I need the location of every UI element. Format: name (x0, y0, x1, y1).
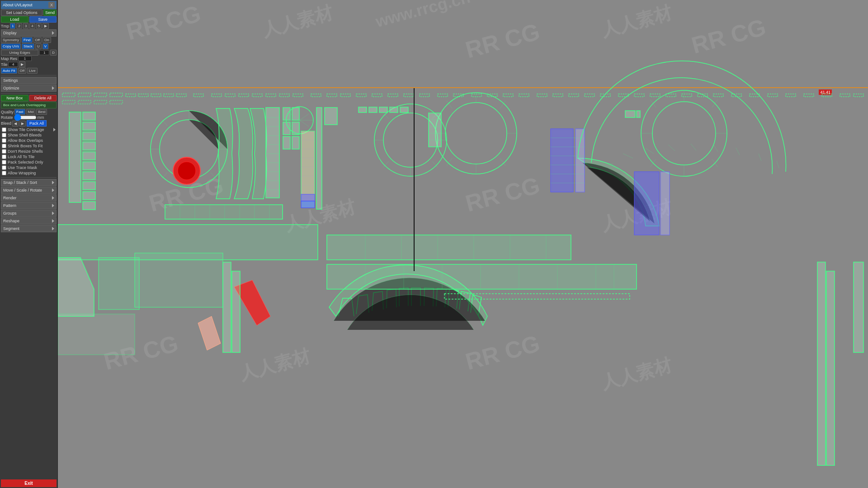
symmetry-button[interactable]: Symmetry (1, 37, 21, 43)
show-tile-arrow-icon (53, 128, 56, 131)
svg-rect-0 (62, 93, 75, 97)
bleed-left-btn[interactable]: ◀ (12, 121, 19, 127)
copy-uvs-button[interactable]: Copy UVs (1, 43, 21, 49)
show-tile-coverage-row[interactable]: Show Tile Coverage (1, 127, 57, 132)
tile-input[interactable] (8, 62, 18, 67)
svg-line-174 (713, 145, 718, 152)
set-load-options-button[interactable]: Set Load Options (1, 9, 42, 16)
untag-d-button[interactable]: D (50, 50, 57, 56)
left-rect-column (69, 112, 95, 210)
tmp-4-button[interactable]: 4 (29, 23, 35, 29)
show-shell-bleeds-row[interactable]: Show Shell Bleeds (1, 132, 57, 138)
off-button[interactable]: Off (33, 37, 42, 43)
on-button[interactable]: On (42, 37, 51, 43)
tmp-1-button[interactable]: 1 (10, 23, 15, 29)
svg-rect-17 (311, 94, 321, 97)
optimize-button[interactable]: Optimize (1, 84, 57, 92)
svg-rect-31 (537, 94, 547, 97)
svg-rect-119 (58, 314, 135, 355)
best-button[interactable]: Best (36, 109, 47, 115)
svg-rect-9 (193, 94, 203, 97)
wide-mesh-band (165, 205, 283, 219)
viewport[interactable]: RR CG 人人素材 www.rrcg.cn RR CG 人人素材 RR CG … (58, 0, 868, 488)
pattern-button[interactable]: Pattern (1, 202, 57, 209)
dont-resize-label: Don't Resize Shells (8, 149, 43, 154)
allow-wrap-row[interactable]: Allow Wrapping (1, 170, 57, 176)
bleed-right-btn[interactable]: ▶ (19, 121, 26, 127)
svg-rect-195 (625, 111, 635, 117)
load-button[interactable]: Load (1, 16, 28, 23)
stack-button[interactable]: Stack (22, 43, 34, 49)
svg-rect-63 (83, 192, 95, 200)
tmp-3-button[interactable]: 3 (23, 23, 28, 29)
auto-fit-button[interactable]: Auto Fit (1, 68, 17, 74)
svg-rect-27 (472, 94, 481, 97)
pack-all-button[interactable]: Pack All (27, 120, 47, 127)
render-button[interactable]: Render (1, 194, 57, 202)
pack-selected-row[interactable]: Pack Selected Only (1, 160, 57, 165)
tmp-2-button[interactable]: 2 (16, 23, 22, 29)
move-scale-button[interactable]: Move / Scale / Rotate (1, 187, 57, 194)
svg-rect-23 (404, 94, 414, 97)
allow-box-overlaps-row[interactable]: Allow Box Overlaps (1, 138, 57, 143)
new-box-button[interactable]: New Box (1, 95, 28, 101)
autofit-off-button[interactable]: Off (18, 68, 27, 74)
svg-rect-29 (503, 94, 513, 97)
allow-box-overlaps-checkbox[interactable] (2, 138, 6, 143)
svg-rect-20 (356, 94, 366, 97)
box-lock-button[interactable]: Box and Lock Overlapping (1, 102, 57, 108)
shrink-boxes-checkbox[interactable] (2, 144, 6, 148)
svg-rect-123 (135, 253, 223, 307)
tmp-5-button[interactable]: 5 (36, 23, 42, 29)
rotate-slider[interactable] (14, 116, 37, 119)
svg-rect-12 (239, 94, 249, 97)
use-trace-checkbox[interactable] (2, 165, 6, 170)
lock-all-checkbox[interactable] (2, 155, 6, 159)
u-button[interactable]: U (35, 43, 42, 49)
shrink-boxes-row[interactable]: Shrink Boxes To Fit (1, 143, 57, 149)
svg-rect-49 (840, 94, 850, 97)
svg-rect-3 (110, 93, 123, 97)
untag-edges-input[interactable] (39, 50, 49, 55)
delete-all-button[interactable]: Delete All (29, 95, 57, 101)
live-button[interactable]: Live (27, 68, 38, 74)
display-button[interactable]: Display (1, 29, 57, 37)
exit-button[interactable]: Exit (1, 479, 57, 487)
save-button[interactable]: Save (29, 16, 57, 23)
v-button[interactable]: V (42, 43, 48, 49)
dont-resize-row[interactable]: Don't Resize Shells (1, 149, 57, 154)
display-arrow-icon (52, 31, 54, 35)
uv-layout-canvas[interactable]: .uv-shape { fill: none; stroke: #44ff88;… (58, 0, 868, 488)
send-button[interactable]: Send (43, 9, 57, 16)
show-shell-bleeds-checkbox[interactable] (2, 133, 6, 137)
about-label[interactable]: About UVLayout (3, 3, 33, 7)
svg-rect-1 (78, 93, 91, 97)
allow-wrap-checkbox[interactable] (2, 171, 6, 175)
groups-button[interactable]: Groups (1, 210, 57, 217)
untag-edges-button[interactable]: Untag Edges (1, 50, 38, 56)
map-res-input[interactable] (18, 56, 32, 61)
reshape-button[interactable]: Reshape (1, 217, 57, 225)
bleed-label: Bleed (1, 121, 11, 126)
dont-resize-checkbox[interactable] (2, 149, 6, 154)
close-button[interactable]: X (48, 2, 55, 8)
segment-button[interactable]: Segment (1, 225, 57, 232)
show-tile-coverage-checkbox[interactable] (2, 127, 6, 132)
tmp-arrow-button[interactable]: ▶ (42, 23, 49, 29)
svg-rect-185 (327, 264, 637, 289)
svg-line-95 (300, 114, 309, 120)
snap-sort-button[interactable]: Snap / Stack / Sort (1, 179, 57, 186)
snap-sort-arrow-icon (52, 181, 54, 184)
settings-button[interactable]: Settings (1, 77, 57, 84)
svg-line-175 (736, 148, 740, 155)
flat-rects-right (327, 111, 640, 299)
find-button[interactable]: Find (22, 37, 33, 43)
tile-arrow-btn[interactable]: ▶ (19, 61, 25, 67)
lock-all-row[interactable]: Lock All To Tile (1, 154, 57, 160)
load-options-row: Set Load Options Send (1, 9, 57, 16)
rotate-row: Rotate mm (1, 115, 57, 120)
use-trace-row[interactable]: Use Trace Mask (1, 165, 57, 170)
pack-selected-checkbox[interactable] (2, 160, 6, 164)
svg-rect-160 (576, 129, 585, 192)
svg-rect-52 (78, 100, 91, 104)
